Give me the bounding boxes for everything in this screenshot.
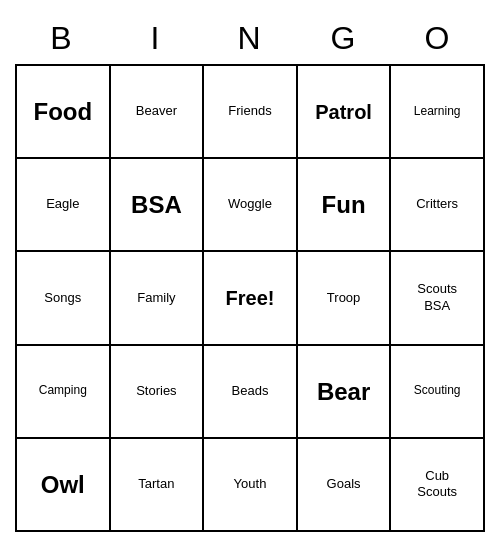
bingo-cell: Scouting	[391, 346, 485, 439]
bingo-header: BINGO	[15, 12, 485, 64]
bingo-cell: Learning	[391, 66, 485, 159]
bingo-cell: Family	[111, 252, 205, 345]
header-letter: I	[109, 12, 203, 64]
bingo-cell: Beads	[204, 346, 298, 439]
bingo-cell: Songs	[17, 252, 111, 345]
header-letter: O	[391, 12, 485, 64]
bingo-cell: Patrol	[298, 66, 392, 159]
bingo-cell: Goals	[298, 439, 392, 532]
bingo-cell: Beaver	[111, 66, 205, 159]
bingo-cell: Troop	[298, 252, 392, 345]
bingo-grid: FoodBeaverFriendsPatrolLearningEagleBSAW…	[15, 64, 485, 532]
bingo-cell: Eagle	[17, 159, 111, 252]
bingo-cell: Bear	[298, 346, 392, 439]
bingo-cell: Free!	[204, 252, 298, 345]
bingo-cell: Youth	[204, 439, 298, 532]
bingo-cell: CubScouts	[391, 439, 485, 532]
bingo-cell: Stories	[111, 346, 205, 439]
header-letter: N	[203, 12, 297, 64]
bingo-cell: BSA	[111, 159, 205, 252]
bingo-card: BINGO FoodBeaverFriendsPatrolLearningEag…	[15, 12, 485, 532]
bingo-cell: Friends	[204, 66, 298, 159]
bingo-cell: ScoutsBSA	[391, 252, 485, 345]
bingo-cell: Food	[17, 66, 111, 159]
header-letter: G	[297, 12, 391, 64]
bingo-cell: Owl	[17, 439, 111, 532]
header-letter: B	[15, 12, 109, 64]
bingo-cell: Tartan	[111, 439, 205, 532]
bingo-cell: Critters	[391, 159, 485, 252]
bingo-cell: Fun	[298, 159, 392, 252]
bingo-cell: Camping	[17, 346, 111, 439]
bingo-cell: Woggle	[204, 159, 298, 252]
